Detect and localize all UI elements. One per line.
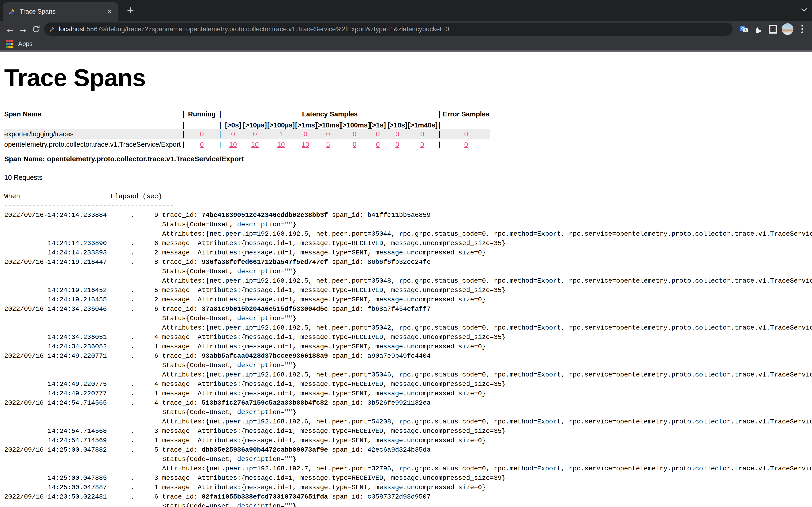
tracez-page: Trace Spans Span Name | Running | Latenc… bbox=[0, 52, 812, 507]
column-separator: | bbox=[437, 110, 443, 119]
extensions-icon[interactable] bbox=[752, 22, 765, 36]
latency-count-link[interactable]: 5 bbox=[326, 140, 330, 148]
column-separator: | bbox=[217, 110, 223, 119]
bucket-label: [>0s] bbox=[223, 119, 243, 129]
span-summary-table: Span Name | Running | Latency Samples | … bbox=[4, 110, 490, 150]
browser-toolbar: ← → localhost:55679/debug/tracez?zspanna… bbox=[0, 21, 812, 37]
col-header-span-name: Span Name bbox=[4, 110, 181, 119]
column-separator: | bbox=[437, 129, 443, 139]
latency-count-link[interactable]: 10 bbox=[277, 140, 285, 148]
span-name-cell: exporter/logging/traces bbox=[4, 129, 181, 139]
latency-count-link[interactable]: 0 bbox=[253, 130, 257, 138]
bucket-label: [>10s] bbox=[387, 119, 408, 129]
latency-count-link[interactable]: 10 bbox=[251, 140, 259, 148]
requests-count: 10 Requests bbox=[4, 174, 812, 181]
column-separator: | bbox=[217, 129, 223, 139]
latency-count-link[interactable]: 0 bbox=[420, 130, 424, 138]
close-icon[interactable]: × bbox=[106, 7, 114, 16]
menu-icon[interactable] bbox=[796, 22, 809, 36]
telescope-favicon bbox=[7, 7, 15, 15]
latency-count-link[interactable]: 10 bbox=[229, 140, 237, 148]
latency-count-link[interactable]: 0 bbox=[376, 140, 380, 148]
running-count-link[interactable]: 0 bbox=[200, 140, 204, 148]
table-row: opentelemetry.proto.collector.trace.v1.T… bbox=[4, 139, 490, 150]
telescope-favicon bbox=[48, 25, 55, 33]
latency-count-link[interactable]: 0 bbox=[326, 130, 330, 138]
url-path: :55679/debug/tracez?zspanname=openteleme… bbox=[85, 25, 449, 33]
latency-count-link[interactable]: 0 bbox=[304, 130, 307, 138]
error-count-link[interactable]: 0 bbox=[464, 140, 468, 148]
bucket-label: [>1ms] bbox=[295, 119, 316, 129]
page-title: Trace Spans bbox=[4, 64, 812, 92]
side-panel-icon[interactable] bbox=[766, 22, 779, 36]
bucket-label: [>10µs] bbox=[243, 119, 267, 129]
col-header-running: Running bbox=[187, 110, 217, 119]
latency-count-link[interactable]: 0 bbox=[353, 140, 356, 148]
column-separator: | bbox=[181, 119, 187, 129]
apps-grid-icon bbox=[6, 40, 13, 48]
bucket-label: [>100ms] bbox=[340, 119, 369, 129]
span-name-cell: opentelemetry.proto.collector.trace.v1.T… bbox=[4, 139, 181, 150]
bookmark-apps[interactable]: Apps bbox=[18, 40, 33, 48]
url-bar[interactable]: localhost:55679/debug/tracez?zspanname=o… bbox=[44, 22, 732, 36]
reload-icon[interactable] bbox=[30, 22, 43, 36]
col-header-error-samples: Error Samples bbox=[443, 110, 490, 119]
column-separator: | bbox=[181, 139, 187, 150]
running-count-link[interactable]: 0 bbox=[200, 130, 204, 138]
latency-count-link[interactable]: 1 bbox=[279, 130, 283, 138]
error-count-link[interactable]: 0 bbox=[464, 130, 468, 138]
tab-search-chevron-icon[interactable] bbox=[801, 7, 808, 13]
back-icon[interactable]: ← bbox=[3, 22, 16, 36]
latency-count-link[interactable]: 0 bbox=[353, 130, 356, 138]
latency-count-link[interactable]: 10 bbox=[302, 140, 309, 148]
bucket-label: [>1s] bbox=[369, 119, 387, 129]
bucket-label: [>1m40s] bbox=[408, 119, 437, 129]
latency-count-link[interactable]: 0 bbox=[395, 130, 399, 138]
column-separator: | bbox=[181, 110, 187, 119]
url-host: localhost bbox=[59, 25, 85, 33]
col-header-latency-samples: Latency Samples bbox=[223, 110, 437, 119]
translate-icon[interactable]: G A bbox=[737, 22, 751, 36]
tab-title: Trace Spans bbox=[20, 8, 106, 15]
profile-avatar[interactable] bbox=[781, 22, 794, 36]
column-separator: | bbox=[437, 139, 443, 150]
bookmarks-bar: Apps bbox=[0, 37, 812, 52]
latency-count-link[interactable]: 0 bbox=[420, 140, 424, 148]
tab-strip: Trace Spans × + bbox=[0, 0, 812, 21]
column-separator: | bbox=[181, 129, 187, 139]
requests-log: When Elapsed (sec) ---------------------… bbox=[4, 192, 812, 507]
bucket-label: [>100µs] bbox=[267, 119, 295, 129]
latency-count-link[interactable]: 0 bbox=[376, 130, 380, 138]
latency-count-link[interactable]: 0 bbox=[395, 140, 399, 148]
column-separator: | bbox=[217, 139, 223, 150]
svg-text:A: A bbox=[744, 29, 747, 32]
browser-tab[interactable]: Trace Spans × bbox=[3, 2, 118, 21]
table-row: exporter/logging/traces | 0 | 0 0 1 0 0 … bbox=[4, 129, 490, 139]
latency-count-link[interactable]: 0 bbox=[231, 130, 235, 138]
column-separator: | bbox=[217, 119, 223, 129]
bucket-label: [>10ms] bbox=[316, 119, 340, 129]
forward-icon[interactable]: → bbox=[16, 22, 30, 36]
selected-span-heading: Span Name: opentelemetry.proto.collector… bbox=[4, 155, 812, 163]
new-tab-icon[interactable]: + bbox=[127, 4, 134, 16]
